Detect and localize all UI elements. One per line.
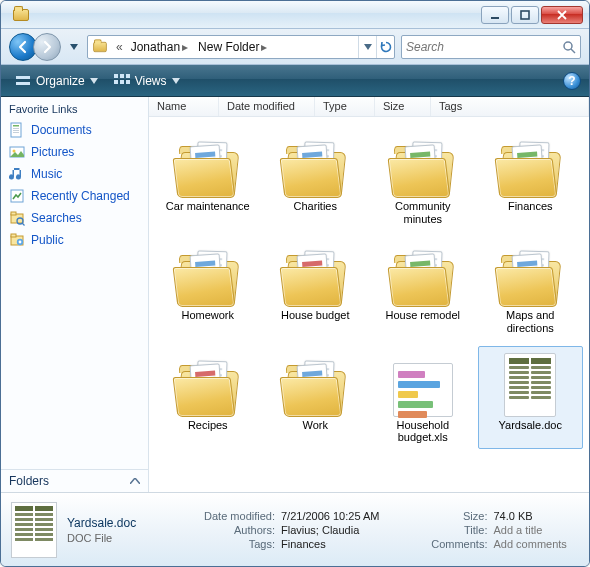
close-button[interactable]: [541, 6, 583, 24]
details-thumbnail: [11, 502, 57, 558]
breadcrumb-seg-1[interactable]: Jonathan ▸: [127, 36, 194, 58]
command-bar: Organize Views ?: [1, 65, 589, 97]
file-item[interactable]: Finances: [478, 127, 584, 230]
svg-rect-1: [521, 11, 529, 19]
sidebar-item-label: Pictures: [31, 145, 74, 159]
file-item[interactable]: Maps and directions: [478, 236, 584, 339]
details-filename: Yardsale.doc: [67, 516, 187, 530]
svg-rect-6: [114, 74, 118, 78]
sidebar-item-icon: [9, 188, 25, 204]
file-item[interactable]: Work: [263, 346, 369, 449]
folder-icon: [497, 251, 563, 307]
column-type[interactable]: Type: [315, 97, 375, 116]
sidebar-item[interactable]: Pictures: [7, 141, 142, 163]
svg-line-3: [571, 49, 575, 53]
svg-rect-5: [16, 82, 30, 85]
details-v-authors[interactable]: Flavius; Claudia: [281, 524, 359, 536]
svg-rect-14: [13, 128, 19, 129]
folder-icon: [497, 142, 563, 198]
file-item-label: House budget: [281, 309, 350, 322]
address-dropdown-button[interactable]: [358, 36, 376, 58]
views-button[interactable]: Views: [108, 71, 186, 91]
search-box[interactable]: [401, 35, 581, 59]
breadcrumb-seg-2[interactable]: New Folder ▸: [194, 36, 273, 58]
chevron-down-icon: [172, 78, 180, 84]
details-k-size: Size:: [405, 510, 487, 522]
svg-point-27: [19, 241, 22, 244]
folder-icon: [175, 142, 241, 198]
file-item-label: Work: [303, 419, 328, 432]
svg-rect-25: [11, 234, 16, 237]
file-item[interactable]: House remodel: [370, 236, 476, 339]
views-icon: [114, 74, 130, 88]
svg-rect-10: [120, 80, 124, 84]
sidebar-item[interactable]: Documents: [7, 119, 142, 141]
folder-icon: [282, 142, 348, 198]
address-bar[interactable]: « Jonathan ▸ New Folder ▸: [87, 35, 395, 59]
nav-history-dropdown[interactable]: [67, 36, 81, 58]
sidebar-item-label: Public: [31, 233, 64, 247]
sidebar-item-label: Searches: [31, 211, 82, 225]
folders-toggle[interactable]: Folders: [1, 469, 148, 492]
file-item[interactable]: Recipes: [155, 346, 261, 449]
folders-label: Folders: [9, 474, 49, 488]
details-v-title[interactable]: Add a title: [493, 524, 542, 536]
file-item-label: House remodel: [385, 309, 460, 322]
minimize-button[interactable]: [481, 6, 509, 24]
sidebar-item[interactable]: Recently Changed: [7, 185, 142, 207]
search-input[interactable]: [406, 40, 562, 54]
column-headers: Name Date modified Type Size Tags: [149, 97, 589, 117]
organize-label: Organize: [36, 74, 85, 88]
column-date[interactable]: Date modified: [219, 97, 315, 116]
file-list[interactable]: Car maintenanceCharitiesCommunity minute…: [149, 117, 589, 492]
file-item[interactable]: Yardsale.doc: [478, 346, 584, 449]
address-folder-icon: [88, 41, 112, 53]
navigation-bar: « Jonathan ▸ New Folder ▸: [1, 29, 589, 65]
refresh-button[interactable]: [376, 36, 394, 58]
folder-icon: [390, 142, 456, 198]
svg-rect-11: [126, 80, 130, 84]
details-v-comments[interactable]: Add comments: [493, 538, 566, 550]
file-item-label: Recipes: [188, 419, 228, 432]
breadcrumb-seg-2-label: New Folder: [198, 40, 259, 54]
file-item-label: Charities: [294, 200, 337, 213]
organize-button[interactable]: Organize: [9, 71, 104, 91]
column-name[interactable]: Name: [149, 97, 219, 116]
svg-rect-15: [13, 130, 19, 131]
svg-rect-13: [13, 125, 19, 127]
file-item[interactable]: House budget: [263, 236, 369, 339]
details-v-tags[interactable]: Finances: [281, 538, 326, 550]
details-k-authors: Authors:: [193, 524, 275, 536]
sidebar-item[interactable]: Searches: [7, 207, 142, 229]
chevron-down-icon: [90, 78, 98, 84]
sidebar-item-icon: [9, 122, 25, 138]
file-item-label: Car maintenance: [166, 200, 250, 213]
favorite-links-header: Favorite Links: [1, 97, 148, 117]
file-item[interactable]: Community minutes: [370, 127, 476, 230]
file-item-label: Finances: [508, 200, 553, 213]
breadcrumb-root[interactable]: «: [112, 40, 127, 54]
sidebar-item[interactable]: Music: [7, 163, 142, 185]
organize-icon: [15, 74, 31, 88]
nav-forward-button[interactable]: [33, 33, 61, 61]
sidebar-item[interactable]: Public: [7, 229, 142, 251]
titlebar: [1, 1, 589, 29]
column-size[interactable]: Size: [375, 97, 431, 116]
details-k-title: Title:: [405, 524, 487, 536]
maximize-button[interactable]: [511, 6, 539, 24]
svg-rect-8: [126, 74, 130, 78]
folder-icon: [282, 251, 348, 307]
column-tags[interactable]: Tags: [431, 97, 589, 116]
sidebar-item-icon: [9, 144, 25, 160]
svg-rect-9: [114, 80, 118, 84]
details-k-tags: Tags:: [193, 538, 275, 550]
file-item[interactable]: Charities: [263, 127, 369, 230]
file-item[interactable]: Car maintenance: [155, 127, 261, 230]
help-button[interactable]: ?: [563, 72, 581, 90]
file-item[interactable]: Homework: [155, 236, 261, 339]
details-k-modified: Date modified:: [193, 510, 275, 522]
folder-icon: [175, 251, 241, 307]
file-item[interactable]: Household budget.xls: [370, 346, 476, 449]
details-filetype: DOC File: [67, 532, 187, 544]
breadcrumb-seg-1-label: Jonathan: [131, 40, 180, 54]
